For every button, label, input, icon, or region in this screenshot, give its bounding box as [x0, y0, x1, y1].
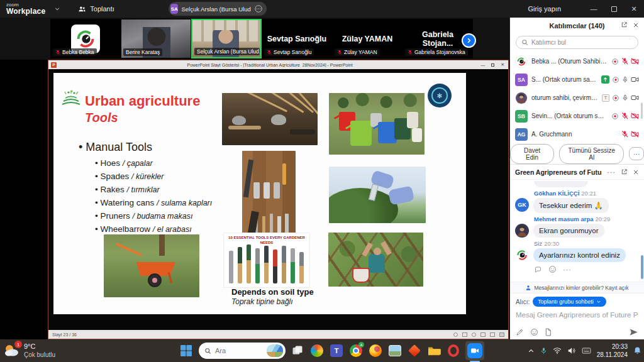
photos-app-icon[interactable] [387, 343, 402, 358]
wifi-icon[interactable] [553, 347, 562, 354]
start-button[interactable] [178, 343, 194, 359]
zoom-app-icon[interactable] [465, 341, 484, 360]
chevron-down-icon[interactable] [54, 6, 60, 12]
slide-title: Urban agriculture [85, 93, 200, 109]
maximize-button[interactable] [604, 0, 624, 18]
reply-icon[interactable] [534, 266, 542, 273]
ppt-zoom-tool[interactable] [472, 332, 476, 337]
participant-name: oturum sahibi, çevirmen) [531, 94, 598, 101]
signin-button[interactable]: Giriş yapın [528, 5, 561, 13]
video-tile-1[interactable]: Bebka Bebka [50, 19, 121, 58]
react-emoji-icon[interactable] [548, 265, 557, 273]
avatar [515, 92, 528, 104]
camera-on-icon[interactable] [631, 76, 639, 83]
ppt-all-slides-tool[interactable] [462, 332, 467, 337]
teams-app-icon[interactable]: T [329, 343, 344, 358]
folder-app-icon[interactable] [426, 343, 441, 358]
ppt-maximize-button[interactable] [491, 63, 494, 67]
recording-indicator-icon [611, 112, 619, 120]
meeting-avatar: SA [170, 4, 178, 14]
close-button[interactable]: ✕ [624, 0, 644, 18]
opera-app-icon[interactable] [446, 343, 461, 358]
chat-bubble[interactable]: Tesekkur ederim 🙏 [533, 198, 609, 213]
participant-row-2[interactable]: SAS... (Ortak oturum sahibi) [510, 70, 644, 89]
taskview-app-icon[interactable] [290, 343, 305, 358]
powerpoint-titlebar: P PowerPoint Slayt Gösterisi - [Traditio… [48, 60, 508, 69]
tray-microphone-icon[interactable] [540, 347, 547, 355]
garden-tools-poster-image: 10 Essential Tools Every Gardener Needs [223, 233, 310, 288]
minimize-button[interactable]: — [584, 0, 604, 18]
notifications-icon[interactable] [633, 346, 641, 355]
powerpoint-window-title: PowerPoint Slayt Gösterisi - [Traditiona… [59, 63, 480, 67]
mic-off-icon[interactable] [621, 112, 628, 120]
camera-off-icon[interactable] [631, 112, 639, 119]
next-participants-button[interactable] [462, 33, 476, 48]
more-circle-icon[interactable] [254, 4, 263, 13]
mic-off-icon[interactable] [621, 57, 628, 65]
weather-widget[interactable]: 1 9°C Çok bulutlu [4, 343, 98, 359]
participants-more-button[interactable]: ··· [629, 147, 644, 160]
chat-bubble[interactable]: Ayarlarınızı kontrol ediniz [533, 248, 626, 262]
video-tile-4[interactable]: Sevtap SarıoğluSevtap Sarıoğlu [262, 19, 332, 58]
chat-more-icon[interactable]: ··· [607, 168, 616, 176]
meeting-title-pill[interactable]: SA Selçuk Arslan (Bursa Uludağ Üniv [169, 2, 267, 16]
tab-meeting[interactable]: Toplantı [78, 5, 114, 13]
weather-alert-badge: 1 [14, 341, 22, 348]
chat-scrollbar[interactable] [641, 255, 643, 279]
participant-search-input[interactable]: Katılımcı bul [516, 36, 638, 50]
participants-title: Katılımcılar (140) [549, 22, 604, 30]
ppt-close-button[interactable]: ✕ [501, 62, 504, 67]
close-participants-icon[interactable] [633, 21, 639, 28]
send-message-icon[interactable] [629, 327, 638, 337]
popout-icon[interactable] [621, 21, 628, 28]
ppt-pen-tool[interactable] [453, 332, 458, 337]
video-tile-5[interactable]: Zülay YAMANZülay YAMAN [332, 19, 402, 58]
tile-name-label: Selçuk Arslan (Bursa Ulud... [194, 48, 260, 55]
close-chat-icon[interactable] [633, 169, 639, 175]
participant-name: Sevin... (Ortak oturum sahibi) [531, 112, 608, 119]
diamond-app-icon[interactable] [407, 343, 422, 358]
ppt-captions-tool[interactable] [490, 332, 495, 337]
mic-off-icon[interactable] [621, 130, 628, 138]
camera-off-icon[interactable] [631, 131, 639, 138]
chat-partial-bubble [534, 181, 588, 187]
taskbar-search[interactable]: Ara [199, 343, 286, 359]
ppt-minimize-button[interactable]: — [480, 63, 485, 67]
chrome-app-icon[interactable]: A [348, 343, 364, 358]
input-language-icon[interactable] [582, 347, 591, 354]
firefox-app-icon[interactable] [368, 343, 383, 358]
copilot-app-icon[interactable] [309, 343, 325, 358]
participant-row-4[interactable]: SBSevin... (Ortak oturum sahibi) [510, 107, 644, 125]
participant-row-5[interactable]: AGA. Gruchmann [510, 125, 644, 143]
participant-row-3[interactable]: oturum sahibi, çevirmen)T [510, 89, 644, 107]
mic-on-icon[interactable] [622, 94, 628, 102]
chat-time: 20:29 [596, 216, 611, 222]
camera-on-icon[interactable] [631, 94, 639, 101]
recipient-selector[interactable]: Toplantı grubu sohbeti [533, 297, 606, 307]
powerpoint-window: P PowerPoint Slayt Gösterisi - [Traditio… [48, 60, 509, 339]
invite-button[interactable]: Davet Edin [510, 144, 554, 164]
wheelbarrow-image [104, 234, 199, 297]
format-icon[interactable] [516, 328, 524, 336]
participant-row-1[interactable]: Bebka ... (Oturum Sahibi, ben) [510, 52, 644, 70]
video-tile-3[interactable]: Selçuk Arslan (Bursa Ulud... [191, 19, 262, 58]
ppt-more-tool[interactable] [480, 332, 486, 337]
camera-off-icon[interactable] [631, 58, 639, 65]
search-icon [204, 348, 211, 354]
chat-message-input[interactable]: Mesaj Green Agripreneurs of Future Proj.… [516, 311, 638, 319]
avatar [515, 55, 528, 68]
video-tile-2[interactable]: Berire Karataş [121, 19, 191, 58]
participants-scrollbar[interactable] [641, 102, 643, 119]
mute-all-button[interactable]: Tümünü Sessize Al [559, 144, 624, 164]
app-titlebar: zoom Workplace Toplantı SA Selçuk Arslan… [0, 0, 644, 18]
tray-overflow-icon[interactable] [528, 348, 535, 354]
message-more-icon[interactable]: ··· [563, 266, 572, 273]
chat-popout-icon[interactable] [621, 168, 628, 175]
clock[interactable]: 20:33 28.11.2024 [597, 343, 628, 359]
volume-icon[interactable] [567, 347, 576, 354]
emoji-picker-icon[interactable] [530, 328, 538, 336]
ppt-view-tool[interactable] [499, 332, 504, 337]
attach-file-icon[interactable] [545, 328, 552, 336]
mic-on-icon[interactable] [622, 76, 628, 84]
chat-bubble[interactable]: Ekran gorunmuyor [533, 224, 604, 238]
